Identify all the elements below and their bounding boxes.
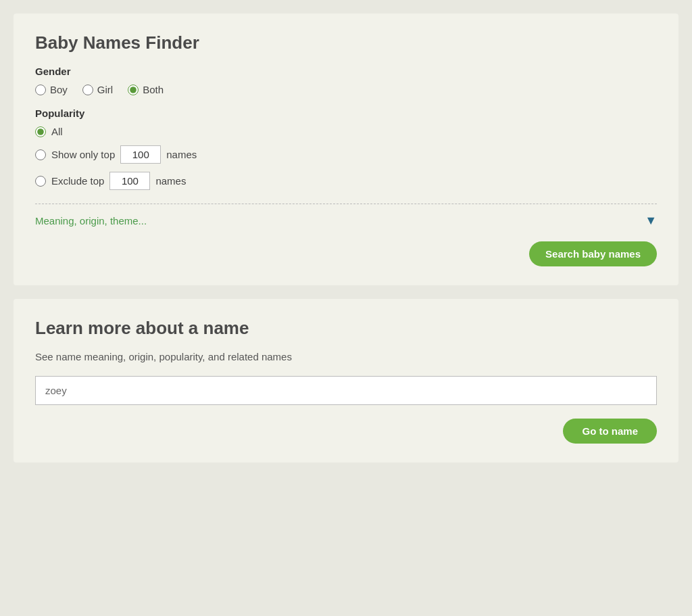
gender-label-boy[interactable]: Boy	[50, 84, 68, 95]
top-number-input[interactable]	[120, 145, 161, 164]
popularity-top-suffix: names	[166, 149, 197, 160]
popularity-section: Popularity All Show only top names Exclu…	[35, 108, 657, 190]
popularity-radio-all[interactable]	[35, 126, 46, 137]
learn-name-card: Learn more about a name See name meaning…	[14, 299, 678, 463]
gender-label-girl[interactable]: Girl	[97, 84, 113, 95]
gender-radio-boy[interactable]	[35, 85, 46, 95]
chevron-down-icon: ▼	[645, 214, 657, 228]
exclude-number-input[interactable]	[109, 172, 150, 190]
popularity-label-top[interactable]: Show only top	[51, 149, 115, 160]
gender-option-both[interactable]: Both	[128, 84, 164, 95]
popularity-exclude-suffix: names	[155, 175, 186, 187]
meaning-link[interactable]: Meaning, origin, theme...	[35, 215, 147, 227]
gender-option-girl[interactable]: Girl	[82, 84, 113, 95]
popularity-row-all: All	[35, 126, 657, 137]
gender-radio-group: Boy Girl Both	[35, 84, 657, 95]
popularity-label-all[interactable]: All	[51, 126, 63, 137]
popularity-row-exclude: Exclude top names	[35, 172, 657, 190]
go-to-name-button[interactable]: Go to name	[563, 419, 657, 444]
baby-names-finder-card: Baby Names Finder Gender Boy Girl Both P…	[14, 14, 678, 285]
learn-title: Learn more about a name	[35, 318, 657, 339]
popularity-label-exclude[interactable]: Exclude top	[51, 175, 104, 187]
name-search-input[interactable]	[35, 376, 657, 405]
search-row: Search baby names	[35, 241, 657, 266]
divider	[35, 204, 657, 204]
gender-radio-girl[interactable]	[82, 85, 93, 95]
learn-subtitle: See name meaning, origin, popularity, an…	[35, 351, 657, 362]
gender-label: Gender	[35, 66, 657, 77]
popularity-label: Popularity	[35, 108, 657, 119]
gender-option-boy[interactable]: Boy	[35, 84, 68, 95]
popularity-radio-exclude[interactable]	[35, 176, 46, 187]
search-button[interactable]: Search baby names	[529, 241, 657, 266]
gender-radio-both[interactable]	[128, 85, 139, 95]
finder-title: Baby Names Finder	[35, 32, 657, 53]
go-row: Go to name	[35, 419, 657, 444]
popularity-row-top: Show only top names	[35, 145, 657, 164]
meaning-row[interactable]: Meaning, origin, theme... ▼	[35, 214, 657, 228]
gender-label-both[interactable]: Both	[143, 84, 164, 95]
popularity-radio-top[interactable]	[35, 149, 46, 160]
